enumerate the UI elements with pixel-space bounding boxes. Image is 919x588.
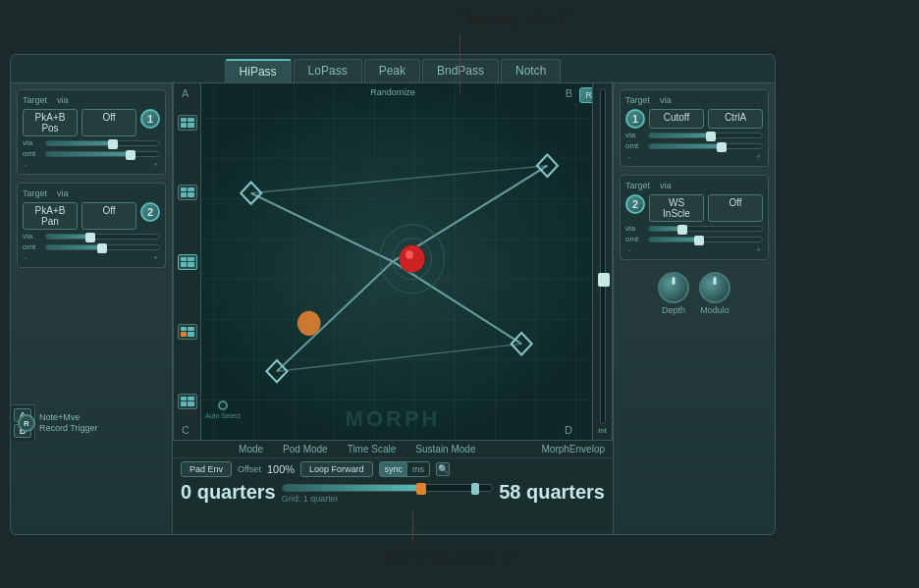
- annotation-line-bottom: [412, 511, 413, 541]
- search-button[interactable]: 🔍: [436, 462, 450, 476]
- morph-env-label: MorphEnvelop: [542, 444, 605, 454]
- tab-peak[interactable]: Peak: [364, 59, 420, 82]
- lfo-block-2: Target via PkA+B Pan Off 2 via: [17, 183, 166, 268]
- ms-button[interactable]: ms: [407, 462, 429, 476]
- lfo2-target-dropdown[interactable]: PkA+B Pan: [23, 202, 78, 230]
- lfo2-via-slider[interactable]: [45, 234, 160, 240]
- sync-ms-toggle: sync ms: [379, 461, 431, 477]
- module-label: Modulo: [700, 305, 730, 315]
- lfo2-labels: Target via: [23, 188, 69, 198]
- right-lfo2-via-slider[interactable]: [648, 226, 763, 232]
- annotation-line-top: [460, 34, 460, 93]
- record-text-1: Note+Mve: [39, 412, 98, 424]
- knob-area: Depth Modulo: [620, 272, 769, 315]
- morph-svg: [174, 83, 612, 440]
- right-lfo1-omt-row-label: omt: [625, 141, 645, 150]
- lfo2-slider-via: via: [23, 232, 160, 241]
- time-scale-value: 100%: [267, 463, 295, 475]
- sync-button[interactable]: sync: [380, 462, 408, 476]
- vslider-track[interactable]: [600, 88, 606, 424]
- lfo1-num[interactable]: 1: [140, 109, 160, 129]
- record-text-2: Record Trigger: [39, 423, 98, 435]
- right-lfo1-omt-slider[interactable]: [648, 143, 763, 149]
- right-lfo2-via-label: via: [660, 181, 672, 190]
- right-lfo2-slider-omt: omt: [625, 235, 763, 243]
- tab-hipass[interactable]: HiPass: [225, 59, 292, 82]
- record-button[interactable]: R: [18, 414, 35, 432]
- main-area: Target via PkA+B Pos Off 1 via: [11, 83, 775, 533]
- transport-area: Mode Pod Mode Time Scale Sustain Mode Mo…: [173, 440, 613, 533]
- right-lfo1-plus-minus: -+: [625, 152, 763, 161]
- lfo2-omt-slider[interactable]: [45, 244, 160, 250]
- morph-vslider: Int: [592, 83, 612, 440]
- lfo1-plus-minus: -+: [23, 160, 160, 169]
- right-lfo1-via-dropdown[interactable]: CtrlA: [708, 109, 763, 129]
- tab-notch[interactable]: Notch: [501, 59, 561, 82]
- tab-lopass[interactable]: LoPass: [294, 59, 362, 82]
- right-lfo1-num[interactable]: 1: [625, 109, 645, 129]
- timeline-track[interactable]: [282, 484, 493, 492]
- lfo2-target-label: Target: [23, 188, 47, 198]
- lfo1-via-slider[interactable]: [45, 140, 160, 146]
- lfo1-labels: Target via: [23, 95, 69, 105]
- lfo2-num[interactable]: 2: [140, 202, 160, 222]
- quarters-start: 0 quarters: [181, 481, 276, 504]
- record-trigger-text: Note+Mve Record Trigger: [39, 412, 98, 435]
- timeline-position-thumb[interactable]: [416, 483, 426, 495]
- lfo2-slider-omt: omt: [23, 242, 160, 251]
- lfo1-target-dropdown[interactable]: PkA+B Pos: [23, 109, 78, 136]
- vslider-thumb[interactable]: [598, 273, 610, 287]
- right-lfo1-via-slider[interactable]: [648, 133, 763, 138]
- depth-knob[interactable]: [658, 272, 689, 303]
- morph-label-a: A: [182, 87, 189, 99]
- timeline-row: 0 quarters Grid: 1 quarter 58 quarters: [173, 480, 613, 504]
- morph-label-b: B: [566, 87, 572, 99]
- timeline-end-thumb[interactable]: [471, 483, 479, 495]
- randomize-label: Randomize: [370, 87, 415, 97]
- transport-bottom: Pad Env Offset 100% Loop Forward sync ms…: [173, 458, 613, 480]
- left-panel: Target via PkA+B Pos Off 1 via: [11, 83, 173, 533]
- offset-label: Offset: [238, 464, 261, 474]
- timeline-area[interactable]: Grid: 1 quarter: [282, 480, 493, 504]
- svg-point-15: [400, 245, 425, 273]
- lfo1-via-dropdown[interactable]: Off: [81, 109, 136, 136]
- svg-line-5: [277, 344, 521, 371]
- sustain-dropdown[interactable]: Loop Forward: [300, 461, 373, 477]
- lfo1-omt-slider[interactable]: [45, 151, 160, 157]
- pod-mode-label: Pod Mode: [283, 444, 328, 454]
- plugin-container: HiPass LoPass Peak BndPass Notch Target …: [10, 54, 776, 535]
- right-lfo2-target-label: Target: [625, 181, 650, 190]
- right-lfo1-target-label: Target: [625, 95, 650, 105]
- lfo2-via-row-label: via: [23, 232, 42, 241]
- right-lfo1-target-dropdown[interactable]: Cutoff: [649, 109, 704, 129]
- lfo1-via-label: via: [57, 95, 69, 105]
- lfo2-via-dropdown[interactable]: Off: [81, 202, 136, 230]
- right-lfo-block-2: Target via 2 WS InScle Off via: [620, 175, 769, 260]
- morph-envelope-annotation: モーフエンベロープ: [383, 550, 515, 568]
- morph-pad[interactable]: Auto Select: [173, 83, 613, 440]
- lfo2-header: Target via: [23, 188, 160, 198]
- right-lfo2-labels: Target via: [625, 181, 672, 190]
- svg-line-4: [251, 166, 548, 193]
- svg-line-0: [251, 193, 393, 262]
- right-lfo2-via-dropdown[interactable]: Off: [708, 194, 763, 222]
- right-lfo2-num[interactable]: 2: [625, 194, 645, 214]
- svg-marker-10: [512, 333, 532, 354]
- filter-tabs: HiPass LoPass Peak BndPass Notch: [11, 55, 775, 83]
- right-lfo2-omt-slider[interactable]: [648, 237, 763, 242]
- right-lfo2-header: Target via: [625, 181, 763, 190]
- morph-pad-annotation: 「Morph」パッド: [452, 10, 570, 28]
- right-lfo2-target-dropdown[interactable]: WS InScle: [649, 194, 704, 222]
- right-lfo1-dropdowns: 1 Cutoff CtrlA: [625, 109, 763, 129]
- tab-bndpass[interactable]: BndPass: [422, 59, 499, 82]
- morph-label-d: D: [565, 424, 572, 436]
- lfo1-slider-via: via: [23, 138, 160, 147]
- quarters-end: 58 quarters: [499, 481, 605, 504]
- right-lfo2-via-row-label: via: [625, 224, 645, 233]
- mode-dropdown[interactable]: Pad Env: [181, 461, 232, 477]
- right-lfo1-slider-omt: omt: [625, 141, 763, 150]
- module-knob[interactable]: [699, 272, 730, 303]
- depth-knob-wrap: Depth: [658, 272, 689, 315]
- transport-top: Mode Pod Mode Time Scale Sustain Mode Mo…: [173, 441, 613, 458]
- time-scale-label: Time Scale: [348, 444, 397, 454]
